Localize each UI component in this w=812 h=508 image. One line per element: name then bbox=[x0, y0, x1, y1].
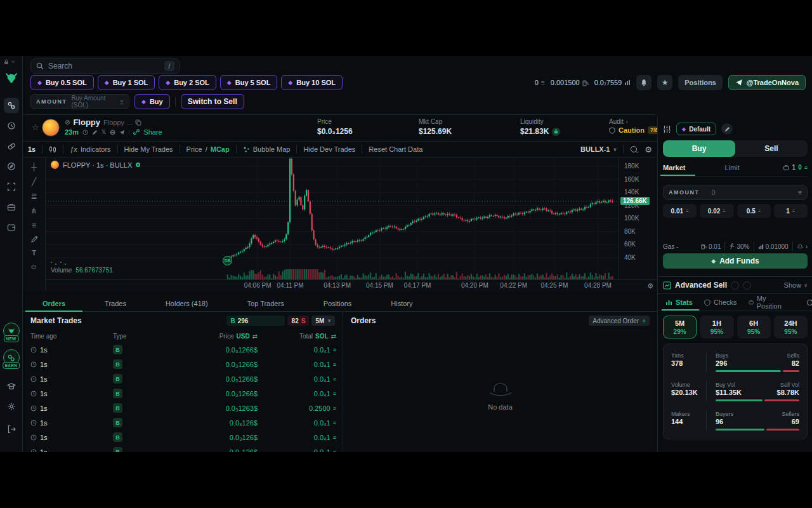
copy-icon[interactable] bbox=[135, 119, 141, 126]
time-axis[interactable]: ⚙ 04:06 PM04:11 PM04:13 PM04:15 PM04:17 … bbox=[46, 279, 657, 291]
swap-currency-icon[interactable]: ⇄ bbox=[331, 333, 336, 340]
preset-count[interactable]: 0≡ bbox=[535, 79, 545, 86]
sidebar-item-discover[interactable] bbox=[4, 159, 19, 174]
mev-setting[interactable]: › bbox=[797, 243, 808, 250]
quick-buy-button[interactable]: ◆Buy 1 SOL bbox=[98, 75, 155, 90]
sidebar-item-pill[interactable] bbox=[4, 138, 19, 154]
gas-fee[interactable]: 0.01 bbox=[701, 243, 721, 250]
edit-icon[interactable] bbox=[92, 130, 98, 135]
timeframe-24h[interactable]: 24H95% bbox=[774, 316, 808, 338]
tab-checks[interactable]: Checks bbox=[704, 298, 737, 306]
price-axis[interactable]: 180K160K140K120K100K80K60K40K126.66K bbox=[619, 157, 657, 279]
crosshair-tool[interactable]: ┼ bbox=[31, 163, 37, 171]
axis-settings-icon[interactable]: ⚙ bbox=[647, 282, 653, 290]
trendline-tool[interactable]: ╱ bbox=[32, 177, 36, 186]
quick-amount-button[interactable]: 1≡ bbox=[774, 204, 808, 218]
quick-amount-button[interactable]: 0.02≡ bbox=[700, 204, 733, 218]
hide-dev-trades-button[interactable]: Hide Dev Trades bbox=[303, 145, 355, 153]
trade-row[interactable]: 1sB0.0₃1266$0.0₄1 ≡ bbox=[23, 371, 343, 386]
trade-row[interactable]: 1sB0.0₃1263$0.2500 ≡ bbox=[23, 401, 343, 415]
swap-currency-icon[interactable]: ⇄ bbox=[252, 333, 258, 340]
edit-preset-button[interactable] bbox=[721, 123, 733, 135]
trade-row[interactable]: 1sB0.0₃1266$0.0₄1 ≡ bbox=[23, 342, 343, 357]
trade-row[interactable]: 1sB0.0₃126$0.0₄1 ≡ bbox=[23, 444, 343, 452]
positions-button[interactable]: Positions bbox=[678, 75, 723, 90]
notifications-button[interactable] bbox=[636, 75, 652, 90]
quick-amount-button[interactable]: 0.01≡ bbox=[663, 204, 697, 218]
add-funds-button[interactable]: ◆ Add Funds bbox=[663, 253, 808, 269]
advanced-sell-show-toggle[interactable]: Show ∨ bbox=[784, 281, 808, 289]
brush-tool[interactable] bbox=[30, 236, 38, 243]
preset-sliders-icon[interactable] bbox=[663, 125, 671, 133]
text-tool[interactable]: T bbox=[32, 249, 36, 257]
tab-orders[interactable]: Orders bbox=[23, 295, 85, 311]
buy-submit-button[interactable]: ◆ Buy bbox=[134, 94, 170, 109]
trades-interval-select[interactable]: 5M ∨ bbox=[311, 316, 335, 326]
wallet-selector[interactable]: 1 0 ≡ bbox=[783, 164, 808, 175]
website-icon[interactable] bbox=[110, 130, 115, 135]
sidebar-item-settings[interactable] bbox=[4, 399, 19, 414]
sidebar-item-logout[interactable] bbox=[4, 422, 19, 437]
indicators-button[interactable]: ƒx Indicators bbox=[70, 145, 110, 153]
sidebar-item-portfolio[interactable] bbox=[4, 199, 19, 215]
quick-buy-button[interactable]: ◆Buy 2 SOL bbox=[159, 75, 216, 90]
audit-header[interactable]: Audit › bbox=[609, 118, 660, 125]
favorite-star-icon[interactable]: ☆ bbox=[32, 123, 39, 132]
sidebar-item-scanner[interactable] bbox=[4, 179, 19, 194]
expand-sidebar-icon[interactable]: » bbox=[11, 58, 15, 65]
preset-slot-icon[interactable] bbox=[731, 281, 739, 290]
chart-plot[interactable]: FLOPPY · 1s · BULLX Volume 56.67673751 D… bbox=[46, 157, 619, 279]
quick-buy-button[interactable]: ◆Buy 0.5 SOL bbox=[30, 75, 94, 90]
quick-buy-button[interactable]: ◆Buy 5 SOL bbox=[220, 75, 278, 90]
limit-tab[interactable]: Limit bbox=[724, 164, 739, 175]
search-input[interactable]: Search / bbox=[30, 58, 180, 74]
token-name[interactable]: Floppy bbox=[73, 117, 100, 127]
buy-tab[interactable]: Buy bbox=[663, 140, 735, 157]
account-button[interactable]: @TradeOnNova bbox=[728, 75, 806, 90]
sidebar-item-terminal[interactable] bbox=[4, 98, 19, 113]
bubble-map-button[interactable]: Bubble Map bbox=[243, 145, 291, 153]
market-tab[interactable]: Market bbox=[663, 164, 685, 175]
priority-tip-setting[interactable]: 0.01000 bbox=[758, 243, 789, 250]
fib-tool[interactable]: ≡ bbox=[32, 221, 36, 230]
sell-tab[interactable]: Sell bbox=[735, 140, 808, 157]
x-social-icon[interactable]: 𝕏 bbox=[102, 129, 106, 135]
trade-row[interactable]: 1sB0.0₃126$0.0₄1 ≡ bbox=[23, 430, 343, 444]
trade-row[interactable]: 1sB0.0₃1266$0.0₄1 ≡ bbox=[23, 386, 343, 401]
trade-row[interactable]: 1sB0.0₃1266$0.0₄1 ≡ bbox=[23, 357, 343, 371]
tab-positions[interactable]: Positions bbox=[304, 295, 372, 311]
channels-tool[interactable]: ≣ bbox=[30, 192, 37, 201]
switch-to-sell-button[interactable]: Switch to Sell bbox=[181, 94, 244, 109]
emoji-tool[interactable]: ☺ bbox=[30, 262, 37, 271]
tab-top-traders[interactable]: Top Traders bbox=[228, 295, 304, 311]
timeframe-5m[interactable]: 5M29% bbox=[663, 316, 697, 338]
watchlist-button[interactable]: ★ bbox=[657, 75, 672, 90]
quick-buy-button[interactable]: ◆Buy 10 SOL bbox=[281, 75, 343, 90]
token-avatar[interactable] bbox=[42, 119, 60, 137]
sidebar-item-wallet[interactable] bbox=[4, 220, 19, 235]
sidebar-item-academy[interactable] bbox=[4, 378, 19, 394]
tab-my-position[interactable]: My Position bbox=[749, 295, 783, 310]
layout-select[interactable]: BULLX-1 ∨ bbox=[580, 145, 617, 153]
tab-holders-[interactable]: Holders (418) bbox=[146, 295, 228, 311]
preset-slot-icon[interactable] bbox=[743, 281, 751, 290]
sidebar-item-history[interactable] bbox=[4, 118, 19, 133]
quick-amount-button[interactable]: 0.5≡ bbox=[737, 204, 771, 218]
chart-settings-icon[interactable]: ⚙ bbox=[645, 145, 652, 154]
share-button[interactable]: Share bbox=[143, 128, 162, 136]
tab-history[interactable]: History bbox=[371, 295, 432, 311]
reset-chart-button[interactable]: Reset Chart Data bbox=[369, 145, 422, 153]
timeframe-6h[interactable]: 6H95% bbox=[737, 316, 771, 338]
pitchfork-tool[interactable]: ⋔ bbox=[30, 206, 37, 215]
interval-button[interactable]: 1s bbox=[28, 145, 36, 153]
slippage-setting[interactable]: 30% bbox=[729, 243, 749, 250]
hide-my-trades-button[interactable]: Hide My Trades bbox=[124, 145, 173, 153]
screenshot-button[interactable] bbox=[630, 145, 638, 153]
trade-amount-input[interactable]: AMOUNT 0 ≡ bbox=[663, 185, 808, 200]
tab-trades[interactable]: Trades bbox=[85, 295, 146, 311]
timeframe-1h[interactable]: 1H95% bbox=[700, 316, 733, 338]
buy-amount-input[interactable]: AMOUNT Buy Amount (SOL) ≡ bbox=[30, 94, 129, 109]
preset-default-button[interactable]: ◆ Default bbox=[676, 123, 716, 135]
bullx-logo[interactable] bbox=[4, 70, 19, 85]
lock-icon[interactable] bbox=[4, 59, 9, 65]
